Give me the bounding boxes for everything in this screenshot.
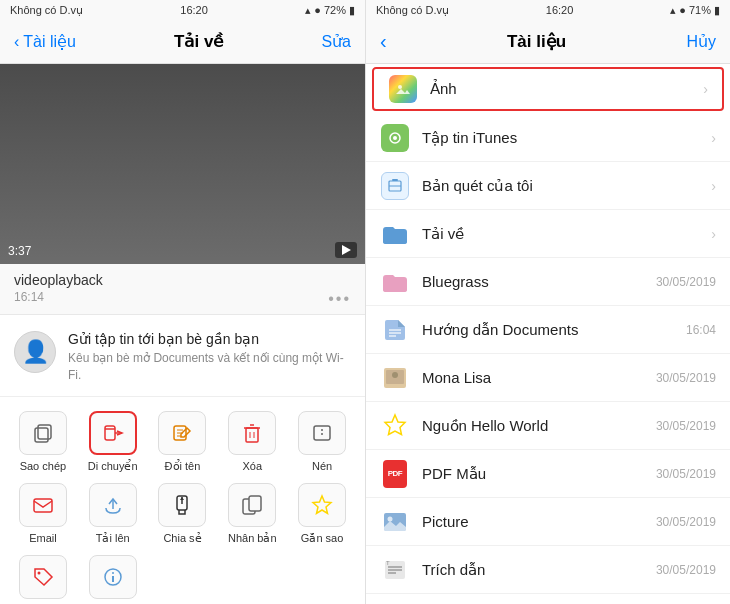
delete-label: Xóa bbox=[242, 460, 262, 472]
quote-icon: T bbox=[380, 555, 410, 585]
folder-item-hello-world[interactable]: Nguồn Hello World 30/05/2019 bbox=[366, 402, 730, 450]
info-action[interactable]: Thông tin bbox=[83, 555, 143, 604]
folder-item-scanner[interactable]: Bản quét của tôi › bbox=[366, 162, 730, 210]
folder-item-mona-lisa[interactable]: Mona Lisa 30/05/2019 bbox=[366, 354, 730, 402]
video-thumbnail[interactable]: 3:37 bbox=[0, 64, 365, 264]
folder-item-doc-guide[interactable]: Hướng dẫn Documents 16:04 bbox=[366, 306, 730, 354]
svg-marker-22 bbox=[313, 496, 331, 514]
folder-list: Ảnh › Tập tin iTunes › Bản quét của tôi … bbox=[366, 64, 730, 604]
compress-icon bbox=[298, 411, 346, 455]
share-subtitle: Kêu bạn bè mở Documents và kết nối cùng … bbox=[68, 350, 351, 384]
bluegrass-label: Bluegrass bbox=[422, 273, 644, 290]
hello-world-date: 30/05/2019 bbox=[656, 419, 716, 433]
left-time: 16:20 bbox=[180, 4, 208, 16]
video-info: videoplayback 16:14 ••• bbox=[0, 264, 365, 315]
scanner-label: Bản quét của tôi bbox=[422, 177, 695, 195]
share-action[interactable]: Chia sẻ bbox=[152, 483, 212, 545]
email-icon bbox=[19, 483, 67, 527]
folder-item-bluegrass[interactable]: Bluegrass 30/05/2019 bbox=[366, 258, 730, 306]
video-preview: 3:37 bbox=[0, 64, 365, 264]
svg-point-26 bbox=[112, 572, 114, 574]
delete-action[interactable]: Xóa bbox=[222, 411, 282, 473]
upload-action[interactable]: Tải lên bbox=[83, 483, 143, 545]
info-icon bbox=[89, 555, 137, 599]
video-filename: videoplayback bbox=[14, 272, 351, 288]
upload-icon bbox=[89, 483, 137, 527]
svg-point-23 bbox=[37, 571, 40, 574]
compress-label: Nén bbox=[312, 460, 332, 472]
right-cancel-button[interactable]: Hủy bbox=[686, 32, 716, 51]
folder-item-pdf[interactable]: PDF PDF Mẫu 30/05/2019 bbox=[366, 450, 730, 498]
share-text: Gửi tập tin tới bạn bè gần bạn Kêu bạn b… bbox=[68, 331, 351, 384]
svg-rect-16 bbox=[34, 499, 52, 512]
svg-rect-32 bbox=[392, 179, 398, 181]
scanner-icon bbox=[380, 171, 410, 201]
svg-rect-0 bbox=[35, 428, 48, 442]
left-carrier: Không có D.vụ bbox=[10, 4, 83, 17]
avatar: 👤 bbox=[14, 331, 56, 373]
tag-action[interactable]: Thẻ màu bbox=[13, 555, 73, 604]
folder-download-icon bbox=[380, 219, 410, 249]
left-back-button[interactable]: ‹ Tài liệu bbox=[14, 32, 76, 51]
move-action[interactable]: Di chuyển bbox=[83, 411, 143, 473]
doc-guide-label: Hướng dẫn Documents bbox=[422, 321, 674, 339]
left-edit-button[interactable]: Sửa bbox=[321, 32, 351, 51]
svg-point-38 bbox=[392, 372, 398, 378]
folder-item-quote[interactable]: T Trích dẫn 30/05/2019 bbox=[366, 546, 730, 594]
picture-label: Picture bbox=[422, 513, 644, 530]
compress-action[interactable]: Nén bbox=[292, 411, 352, 473]
itunes-label: Tập tin iTunes bbox=[422, 129, 695, 147]
hello-world-icon bbox=[380, 411, 410, 441]
share-icon bbox=[158, 483, 206, 527]
rename-label: Đổi tên bbox=[165, 460, 201, 473]
folder-item-photos[interactable]: Ảnh › bbox=[372, 67, 724, 111]
video-play-button[interactable] bbox=[335, 242, 357, 258]
actions-grid: Sao chép Di chuyển Đổi tên bbox=[0, 397, 365, 604]
doc-guide-date: 16:04 bbox=[686, 323, 716, 337]
bluegrass-icon bbox=[380, 267, 410, 297]
svg-point-27 bbox=[398, 85, 402, 89]
folder-item-downloads[interactable]: Tải về › bbox=[366, 210, 730, 258]
video-more-button[interactable]: ••• bbox=[328, 290, 351, 308]
picture-icon bbox=[380, 507, 410, 537]
scanner-chevron-icon: › bbox=[711, 178, 716, 194]
move-label: Di chuyển bbox=[88, 460, 138, 473]
bluegrass-date: 30/05/2019 bbox=[656, 275, 716, 289]
clone-label: Nhân bản bbox=[228, 532, 277, 545]
left-battery-area: ▴ ● 72% ▮ bbox=[305, 4, 355, 17]
right-back-button[interactable]: ‹ bbox=[380, 30, 387, 53]
play-triangle-icon bbox=[342, 245, 351, 255]
photos-chevron-icon: › bbox=[703, 81, 708, 97]
rename-icon bbox=[158, 411, 206, 455]
left-title: Tải về bbox=[174, 31, 223, 52]
email-label: Email bbox=[29, 532, 57, 544]
quote-label: Trích dẫn bbox=[422, 561, 644, 579]
right-battery-area: ▴ ● 71% ▮ bbox=[670, 4, 720, 17]
video-duration: 3:37 bbox=[8, 244, 31, 258]
right-status-bar: Không có D.vụ 16:20 ▴ ● 71% ▮ bbox=[366, 0, 730, 20]
folder-item-videoplayback[interactable]: videoplayback 16:16 bbox=[366, 594, 730, 604]
photos-icon bbox=[388, 74, 418, 104]
left-header: ‹ Tài liệu Tải về Sửa bbox=[0, 20, 365, 64]
folder-item-picture[interactable]: Picture 30/05/2019 bbox=[366, 498, 730, 546]
folder-item-itunes[interactable]: Tập tin iTunes › bbox=[366, 114, 730, 162]
itunes-icon bbox=[380, 123, 410, 153]
mona-lisa-date: 30/05/2019 bbox=[656, 371, 716, 385]
move-icon bbox=[89, 411, 137, 455]
rename-action[interactable]: Đổi tên bbox=[152, 411, 212, 473]
delete-icon bbox=[228, 411, 276, 455]
clone-action[interactable]: Nhân bản bbox=[222, 483, 282, 545]
email-action[interactable]: Email bbox=[13, 483, 73, 545]
video-time: 16:14 bbox=[14, 290, 44, 308]
copy-action[interactable]: Sao chép bbox=[13, 411, 73, 473]
favorite-action[interactable]: Gắn sao bbox=[292, 483, 352, 545]
downloads-chevron-icon: › bbox=[711, 226, 716, 242]
copy-icon bbox=[19, 411, 67, 455]
clone-icon bbox=[228, 483, 276, 527]
mona-lisa-icon bbox=[380, 363, 410, 393]
right-title: Tài liệu bbox=[507, 31, 566, 52]
left-battery: ▴ ● 72% ▮ bbox=[305, 4, 355, 17]
pdf-label: PDF Mẫu bbox=[422, 465, 644, 483]
actions-row-3: Thẻ màu Thông tin bbox=[0, 551, 365, 604]
svg-point-41 bbox=[388, 516, 393, 521]
